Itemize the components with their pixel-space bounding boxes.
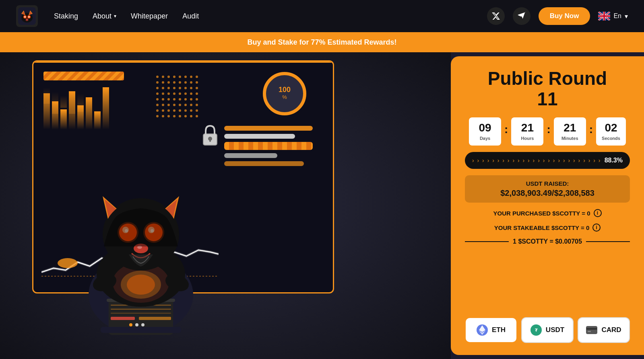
progress-bar: › › › › › › › › › › › › › › › › › › › › …	[465, 152, 630, 169]
eth-icon	[477, 324, 488, 336]
svg-rect-96	[111, 313, 171, 314]
svg-point-35	[196, 81, 198, 84]
countdown-minutes: 21 Minutes	[554, 117, 586, 146]
svg-rect-95	[111, 309, 171, 310]
svg-point-101	[135, 323, 138, 326]
svg-point-33	[184, 81, 187, 84]
svg-point-32	[179, 81, 181, 84]
svg-point-66	[190, 104, 192, 106]
svg-point-100	[129, 323, 132, 326]
svg-point-42	[190, 87, 192, 89]
svg-point-82	[190, 115, 192, 117]
svg-rect-99	[139, 317, 171, 320]
svg-point-10	[26, 18, 28, 20]
countdown-days: 09 Days	[469, 117, 501, 146]
svg-text:100: 100	[279, 86, 291, 94]
svg-rect-127	[586, 326, 597, 334]
nav-right: Buy Now En ▾	[487, 7, 628, 25]
svg-point-31	[173, 81, 175, 84]
svg-point-41	[184, 87, 187, 89]
svg-point-25	[184, 76, 187, 78]
svg-point-23	[173, 76, 175, 78]
svg-point-8	[24, 16, 26, 18]
countdown-sep-1: :	[504, 123, 508, 136]
nav-whitepaper[interactable]: Whitepaper	[131, 12, 168, 21]
svg-point-44	[156, 92, 159, 95]
svg-point-34	[190, 81, 192, 84]
twitter-icon-button[interactable]	[487, 7, 505, 25]
logo	[16, 5, 38, 27]
svg-point-38	[167, 87, 170, 89]
svg-point-50	[190, 92, 192, 95]
svg-point-60	[156, 104, 159, 106]
svg-point-48	[179, 92, 181, 95]
svg-point-77	[162, 115, 164, 117]
nav-links: Staking About ▾ Whitepaper Audit	[54, 12, 471, 21]
buy-now-button[interactable]: Buy Now	[539, 7, 590, 25]
svg-point-46	[167, 92, 170, 95]
svg-point-52	[156, 98, 159, 101]
svg-point-40	[179, 87, 181, 89]
svg-point-9	[28, 16, 30, 18]
svg-point-61	[162, 104, 164, 106]
stakeable-info-icon[interactable]: i	[592, 224, 601, 232]
svg-point-74	[190, 109, 192, 112]
svg-point-71	[173, 109, 175, 112]
card-payment-button[interactable]: CARD	[578, 317, 630, 343]
svg-point-21	[162, 76, 164, 78]
language-selector[interactable]: En ▾	[598, 12, 628, 21]
stakeable-stat: YOUR STAKEABLE $SCOTTY = 0 i	[465, 224, 630, 232]
svg-point-72	[179, 109, 181, 112]
svg-point-29	[162, 81, 164, 84]
svg-rect-128	[586, 328, 597, 330]
svg-point-70	[167, 109, 170, 112]
svg-point-69	[162, 109, 164, 112]
svg-point-62	[167, 104, 170, 106]
nav-staking[interactable]: Staking	[54, 12, 78, 21]
svg-point-27	[196, 76, 198, 78]
svg-point-81	[184, 115, 187, 117]
svg-rect-98	[111, 317, 135, 320]
nav-about[interactable]: About ▾	[93, 12, 116, 21]
usdt-payment-button[interactable]: ₮ USDT	[521, 317, 574, 343]
svg-point-67	[196, 104, 198, 106]
progress-arrows: › › › › › › › › › › › › › › › › › › › › …	[472, 157, 601, 164]
svg-point-49	[184, 92, 187, 95]
svg-point-28	[156, 81, 159, 84]
svg-point-24	[179, 76, 181, 78]
svg-point-36	[156, 87, 159, 89]
svg-point-68	[156, 109, 159, 112]
eth-payment-button[interactable]: ETH	[465, 317, 517, 343]
hero-section: // Will be done with static dots below v…	[0, 52, 451, 359]
svg-point-76	[156, 115, 159, 117]
payment-buttons: ETH ₮ USDT C	[465, 317, 630, 343]
svg-point-47	[173, 92, 175, 95]
svg-point-73	[184, 109, 187, 112]
svg-point-102	[141, 323, 144, 326]
svg-rect-129	[588, 331, 591, 332]
purchased-info-icon[interactable]: i	[594, 209, 602, 217]
price-line: 1 $SCOTTY = $0.00705	[465, 238, 630, 245]
svg-point-45	[162, 92, 164, 95]
svg-point-75	[196, 109, 198, 112]
svg-point-43	[196, 87, 198, 89]
nav-audit[interactable]: Audit	[182, 12, 199, 21]
svg-point-55	[173, 98, 175, 101]
countdown-hours: 21 Hours	[511, 117, 543, 146]
svg-point-22	[167, 76, 170, 78]
telegram-icon-button[interactable]	[513, 7, 530, 25]
svg-point-56	[179, 98, 181, 101]
svg-point-59	[196, 98, 198, 101]
svg-point-78	[167, 115, 170, 117]
credit-card-icon	[586, 326, 597, 334]
dog-character	[56, 126, 225, 359]
svg-point-58	[190, 98, 192, 101]
svg-point-57	[184, 98, 187, 101]
navbar: Staking About ▾ Whitepaper Audit Buy	[0, 0, 644, 32]
countdown-sep-2: :	[547, 123, 550, 136]
svg-text:%: %	[282, 94, 287, 100]
svg-rect-97	[101, 327, 181, 333]
announcement-bar: Buy and Stake for 77% Estimated Rewards!	[0, 32, 644, 52]
countdown-timer: 09 Days : 21 Hours : 21 Minutes : 02 Sec…	[465, 117, 630, 146]
svg-point-39	[173, 87, 175, 89]
